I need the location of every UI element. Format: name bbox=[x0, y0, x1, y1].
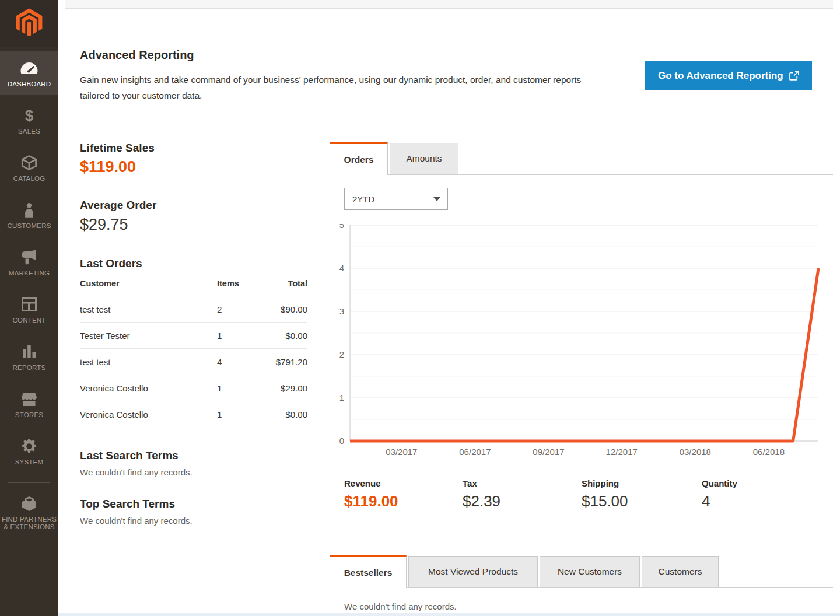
cell-total: $90.00 bbox=[252, 304, 307, 314]
layout-page-icon bbox=[1, 295, 57, 314]
total-label: Tax bbox=[463, 478, 501, 488]
svg-text:06/2017: 06/2017 bbox=[459, 447, 491, 457]
bar-chart-icon bbox=[1, 342, 57, 361]
average-order-value: $29.75 bbox=[80, 216, 128, 234]
last-search-terms-empty: We couldn't find any records. bbox=[80, 467, 192, 477]
magento-admin-dashboard: DASHBOARD $ SALES CATALOG CUSTOMERS bbox=[0, 0, 840, 616]
total-tax: Tax $2.39 bbox=[463, 478, 501, 510]
svg-text:1: 1 bbox=[340, 393, 344, 402]
sidebar-item-label: SYSTEM bbox=[1, 459, 57, 466]
sidebar-item-label: FIND PARTNERS & EXTENSIONS bbox=[1, 516, 57, 531]
top-search-terms-empty: We couldn't find any records. bbox=[80, 516, 192, 526]
dashboard-gauge-icon bbox=[1, 59, 57, 78]
table-header-row: Customer Items Total bbox=[80, 279, 307, 296]
table-row[interactable]: Veronica Costello 1 $29.00 bbox=[80, 375, 307, 401]
cell-items: 1 bbox=[217, 383, 252, 393]
cell-items: 1 bbox=[217, 331, 252, 341]
lifetime-sales-value: $119.00 bbox=[80, 158, 136, 176]
table-row[interactable]: test test 2 $90.00 bbox=[80, 296, 307, 323]
sidebar-item-reports[interactable]: REPORTS bbox=[0, 335, 58, 379]
tab-most-viewed-products[interactable]: Most Viewed Products bbox=[408, 556, 538, 587]
magento-logo[interactable] bbox=[0, 0, 58, 47]
sidebar-item-catalog[interactable]: CATALOG bbox=[0, 146, 58, 190]
cell-items: 4 bbox=[217, 357, 252, 367]
table-row[interactable]: Veronica Costello 1 $0.00 bbox=[80, 401, 307, 428]
tab-new-customers[interactable]: New Customers bbox=[540, 556, 640, 587]
sidebar-divider bbox=[8, 482, 50, 483]
sidebar-item-stores[interactable]: STORES bbox=[0, 382, 58, 426]
sidebar-item-marketing[interactable]: MARKETING bbox=[0, 240, 58, 284]
total-label: Quantity bbox=[702, 478, 737, 488]
sidebar-item-system[interactable]: SYSTEM bbox=[0, 429, 58, 473]
cell-customer: Tester Tester bbox=[80, 331, 217, 341]
chart-range-select[interactable]: 2YTD bbox=[344, 188, 448, 210]
cell-customer: test test bbox=[80, 304, 217, 314]
megaphone-icon bbox=[1, 248, 57, 267]
tab-new-customers-label: New Customers bbox=[558, 566, 622, 577]
table-row[interactable]: test test 4 $791.20 bbox=[80, 349, 307, 375]
sidebar-item-label: STORES bbox=[1, 411, 57, 419]
bestsellers-empty-message: We couldn't find any records. bbox=[344, 601, 457, 611]
tab-bestsellers-label: Bestsellers bbox=[344, 568, 393, 578]
orders-line-chart: 01234503/201706/201709/201712/201703/201… bbox=[332, 224, 830, 459]
cell-total: $29.00 bbox=[252, 383, 307, 393]
tab-amounts[interactable]: Amounts bbox=[390, 143, 459, 174]
chart-range-value: 2YTD bbox=[345, 188, 426, 209]
tab-customers-label: Customers bbox=[659, 566, 702, 577]
col-items: Items bbox=[217, 279, 252, 288]
sidebar-item-sales[interactable]: $ SALES bbox=[0, 99, 58, 142]
magento-logo-icon bbox=[13, 7, 46, 40]
sidebar-item-label: SALES bbox=[1, 128, 57, 135]
svg-text:2: 2 bbox=[340, 349, 344, 359]
svg-text:03/2017: 03/2017 bbox=[386, 447, 417, 457]
sidebar-item-customers[interactable]: CUSTOMERS bbox=[0, 193, 58, 237]
total-quantity: Quantity 4 bbox=[702, 478, 737, 510]
dollar-icon: $ bbox=[1, 106, 57, 125]
total-value: $15.00 bbox=[582, 492, 628, 510]
svg-text:4: 4 bbox=[340, 263, 344, 273]
sidebar-item-label: DASHBOARD bbox=[1, 80, 57, 88]
svg-text:3: 3 bbox=[340, 306, 344, 316]
tab-orders[interactable]: Orders bbox=[330, 142, 388, 175]
average-order-title: Average Order bbox=[80, 199, 156, 212]
sidebar-item-label: CATALOG bbox=[1, 175, 57, 183]
tab-amounts-label: Amounts bbox=[406, 153, 442, 164]
tabs-bottom-border bbox=[330, 174, 833, 175]
sidebar-item-label: MARKETING bbox=[1, 270, 57, 277]
total-value: $119.00 bbox=[344, 492, 398, 510]
total-label: Revenue bbox=[344, 478, 398, 488]
col-total: Total bbox=[252, 279, 307, 288]
last-search-terms-title: Last Search Terms bbox=[80, 449, 178, 462]
select-dropdown-button[interactable] bbox=[426, 188, 447, 209]
sidebar-item-label: REPORTS bbox=[1, 364, 57, 372]
last-orders-table: Customer Items Total test test 2 $90.00 … bbox=[80, 279, 307, 428]
sidebar-item-label: CONTENT bbox=[1, 317, 57, 324]
total-shipping: Shipping $15.00 bbox=[582, 478, 628, 510]
page-header-strip bbox=[65, 0, 833, 9]
col-customer: Customer bbox=[80, 279, 217, 288]
tab-bestsellers[interactable]: Bestsellers bbox=[330, 555, 407, 588]
admin-sidebar: DASHBOARD $ SALES CATALOG CUSTOMERS bbox=[0, 0, 58, 616]
tab-most-viewed-products-label: Most Viewed Products bbox=[428, 566, 518, 577]
table-row[interactable]: Tester Tester 1 $0.00 bbox=[80, 323, 307, 349]
sidebar-item-content[interactable]: CONTENT bbox=[0, 288, 58, 331]
svg-text:12/2017: 12/2017 bbox=[606, 447, 638, 457]
cell-customer: test test bbox=[80, 357, 217, 367]
chevron-down-icon bbox=[433, 197, 440, 201]
last-orders-title: Last Orders bbox=[80, 257, 142, 270]
sidebar-item-find-partners[interactable]: FIND PARTNERS & EXTENSIONS bbox=[0, 487, 58, 538]
divider bbox=[79, 120, 833, 120]
next-section-edge bbox=[58, 612, 840, 616]
cell-items: 1 bbox=[217, 410, 252, 419]
go-to-advanced-reporting-button[interactable]: Go to Advanced Reporting bbox=[645, 61, 812, 90]
cell-total: $791.20 bbox=[252, 357, 307, 367]
cell-items: 2 bbox=[217, 304, 252, 314]
lifetime-sales-title: Lifetime Sales bbox=[80, 142, 155, 155]
top-search-terms-title: Top Search Terms bbox=[80, 498, 175, 510]
cell-customer: Veronica Costello bbox=[80, 410, 217, 419]
sidebar-item-dashboard[interactable]: DASHBOARD bbox=[0, 51, 58, 95]
sidebar-item-label: CUSTOMERS bbox=[1, 222, 57, 230]
svg-text:09/2017: 09/2017 bbox=[533, 447, 564, 457]
advanced-reporting-title: Advanced Reporting bbox=[80, 48, 194, 62]
tab-customers[interactable]: Customers bbox=[642, 556, 719, 587]
